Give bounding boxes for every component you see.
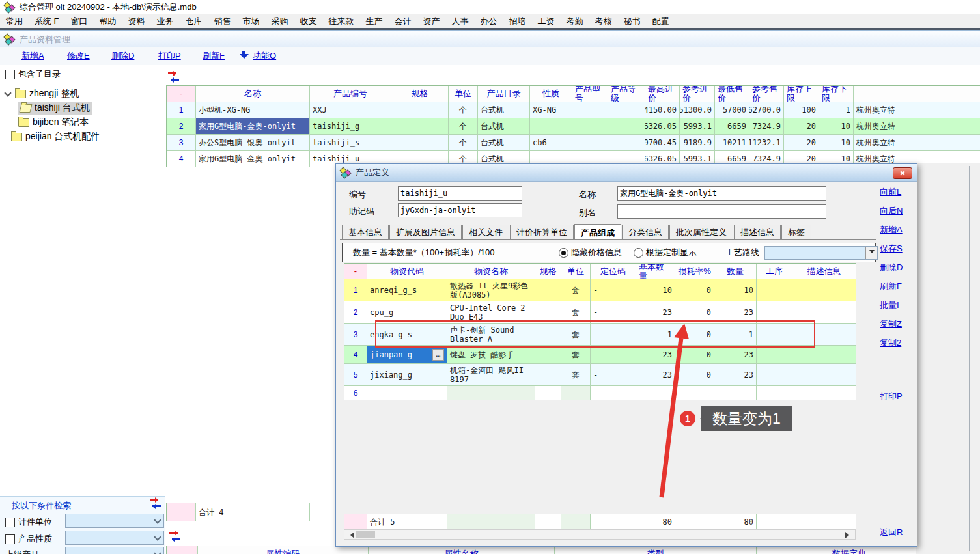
grid-cell[interactable] — [757, 364, 792, 386]
filter-nature-checkbox[interactable] — [5, 534, 15, 544]
new-button[interactable]: 新增A — [21, 50, 44, 62]
grid-cell[interactable] — [535, 279, 561, 301]
menu-item[interactable]: 系统 F — [29, 16, 65, 27]
grid-cell[interactable] — [608, 102, 645, 118]
grid-cell[interactable] — [447, 514, 535, 530]
grid-cell[interactable]: 4 — [167, 151, 196, 167]
grid-cell[interactable]: 23 — [714, 301, 757, 324]
menu-item[interactable]: 考核 — [589, 16, 618, 27]
craft-route-combo[interactable] — [764, 246, 878, 260]
grid-cell[interactable]: cpu_g — [367, 301, 447, 324]
grid-cell[interactable] — [608, 118, 645, 135]
menu-item[interactable]: 会计 — [389, 16, 417, 27]
grid-cell[interactable]: 套 — [561, 301, 591, 324]
grid-cell[interactable] — [792, 301, 856, 324]
grid-cell[interactable]: 杭州奥立特 — [854, 118, 980, 135]
grid-cell[interactable]: 2 — [167, 118, 196, 135]
grid-cell[interactable]: 6326.05 — [645, 118, 680, 135]
grid-cell[interactable]: 1 — [714, 324, 757, 346]
grid-cell[interactable]: 套 — [561, 279, 591, 301]
grid-cell[interactable]: 11232.1 — [749, 135, 784, 151]
menu-item[interactable]: 往来款 — [323, 16, 360, 27]
tree-item-zhengji[interactable]: zhengji 整机 — [4, 87, 163, 101]
grid-cell[interactable] — [167, 503, 196, 521]
dialog-side-button[interactable]: 批量I — [880, 299, 899, 311]
menu-item[interactable]: 秘书 — [618, 16, 647, 27]
grid-cell[interactable] — [447, 386, 535, 400]
dialog-side-button[interactable]: 复制Z — [880, 318, 902, 330]
grid-cell[interactable]: 1 — [344, 279, 367, 301]
grid-cell[interactable]: - — [591, 301, 636, 324]
menu-item[interactable]: 常用 — [0, 16, 29, 27]
grid-cell[interactable]: 家用G型电脑-金奥-onlyit — [196, 151, 310, 167]
refresh-button[interactable]: 刷新F — [203, 50, 225, 62]
grid-cell[interactable] — [757, 301, 792, 324]
dialog-side-button[interactable]: 向后N — [880, 205, 903, 217]
dialog-tab[interactable]: 相关文件 — [462, 225, 509, 239]
grid-cell[interactable]: 台式机 — [478, 135, 530, 151]
grid-cell[interactable]: 62700.0 — [749, 102, 784, 118]
grid-cell[interactable]: 2 — [344, 301, 367, 324]
menu-item[interactable]: 仓库 — [180, 16, 208, 27]
dialog-tab[interactable]: 标签 — [781, 225, 811, 239]
grid-cell[interactable] — [757, 324, 792, 346]
code-field[interactable] — [398, 186, 522, 201]
grid-cell[interactable]: 5993.1 — [680, 118, 715, 135]
grid-cell[interactable]: 散热器-Tt 火星9彩色版(A3085) — [447, 279, 535, 301]
menu-item[interactable]: 销售 — [208, 16, 237, 27]
grid-cell[interactable] — [792, 364, 856, 386]
table-row[interactable]: 3办公S型电脑-银奥-onlyittaishiji_s个台式机cb69700.4… — [167, 135, 980, 151]
quick-search-input[interactable] — [197, 72, 281, 83]
filter-unit-dropdown[interactable] — [65, 514, 164, 528]
menu-item[interactable]: 人事 — [446, 16, 475, 27]
grid-cell[interactable] — [535, 324, 561, 346]
grid-cell[interactable]: - — [591, 364, 636, 386]
grid-cell[interactable] — [391, 135, 449, 151]
dialog-side-button[interactable]: 删除D — [880, 262, 903, 273]
grid-cell[interactable] — [792, 279, 856, 301]
grid-cell[interactable] — [792, 346, 856, 364]
grid-cell[interactable]: 80 — [714, 514, 757, 530]
grid-cell[interactable]: 3 — [344, 324, 367, 346]
grid-cell[interactable] — [757, 279, 792, 301]
grid-cell[interactable] — [561, 514, 591, 530]
grid-cell[interactable]: 键盘-罗技 酷影手 — [447, 346, 535, 364]
grid-cell[interactable]: 0 — [675, 279, 714, 301]
filter-parent-dropdown[interactable] — [65, 547, 164, 554]
horizontal-scrollbar[interactable] — [344, 529, 856, 540]
grid-cell[interactable]: 23 — [636, 346, 675, 364]
table-row[interactable]: 5jixiang_g机箱-金河田 飓风II 8197套-23023 — [344, 364, 856, 386]
dialog-tab[interactable]: 基本信息 — [342, 225, 389, 239]
grid-cell[interactable]: 10 — [636, 279, 675, 301]
menu-item[interactable]: 收支 — [294, 16, 323, 27]
grid-cell[interactable] — [675, 386, 714, 400]
grid-cell[interactable] — [792, 324, 856, 346]
cell-editor-button[interactable]: … — [432, 349, 444, 361]
menu-item[interactable]: 生产 — [360, 16, 389, 27]
grid-cell[interactable]: taishiji_g — [310, 118, 391, 135]
menu-item[interactable]: 业务 — [151, 16, 180, 27]
table-row[interactable]: 属性编码属性名称类型数据字典必填 — [167, 546, 980, 554]
table-row[interactable]: 3engka_g_s声卡-创新 Sound Blaster A套101 — [344, 324, 856, 346]
function-button[interactable]: 功能O — [253, 50, 276, 62]
grid-cell[interactable]: jixiang_g — [367, 364, 447, 386]
tree-item-bijiben[interactable]: bijiben 笔记本 — [18, 115, 163, 130]
mnemonic-field[interactable] — [398, 203, 522, 217]
scrollbar-thumb[interactable] — [356, 531, 375, 538]
dialog-tab[interactable]: 扩展及图片信息 — [389, 225, 462, 239]
grid-cell[interactable]: - — [591, 279, 636, 301]
grid-cell[interactable]: 6659 — [715, 118, 749, 135]
grid-cell[interactable]: 10 — [819, 135, 854, 151]
grid-cell[interactable]: 个 — [449, 102, 478, 118]
menu-item[interactable]: 考勤 — [561, 16, 589, 27]
grid-cell[interactable]: 机箱-金河田 飓风II 8197 — [447, 364, 535, 386]
grid-cell[interactable] — [792, 386, 856, 400]
grid-cell[interactable]: 声卡-创新 Sound Blaster A — [447, 324, 535, 346]
chevron-down-icon[interactable] — [4, 89, 11, 96]
grid-cell[interactable]: 7324.9 — [749, 118, 784, 135]
alias-field[interactable] — [617, 204, 826, 219]
grid-cell[interactable] — [757, 514, 792, 530]
menu-item[interactable]: 窗口 — [65, 16, 94, 27]
menu-item[interactable]: 资产 — [417, 16, 446, 27]
swap-columns-icon[interactable] — [150, 499, 161, 508]
